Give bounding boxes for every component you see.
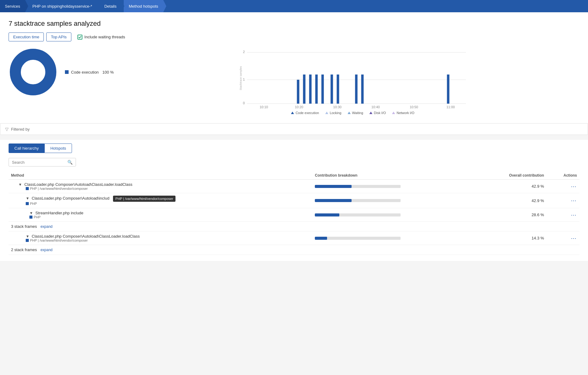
- actions-cell: ⋯: [546, 208, 579, 222]
- expand-link[interactable]: expand: [40, 224, 52, 229]
- checkbox-icon: [77, 35, 82, 40]
- legend-code-execution: Code execution 100 %: [65, 70, 114, 75]
- svg-text:2: 2: [243, 50, 245, 54]
- chevron-icon[interactable]: ▼: [26, 196, 29, 201]
- table-row: ▼ ClassLoader.php Composer\Autoload\Clas…: [9, 232, 579, 245]
- breadcrumb-nav: Services PHP on shippingholidaysservice-…: [0, 0, 588, 12]
- method-cell: ▼ ClassLoader.php Composer\Autoload\Clas…: [9, 180, 312, 193]
- svg-text:10:20: 10:20: [295, 105, 303, 109]
- stack-frames-label: 2 stack frames: [11, 247, 37, 252]
- svg-rect-23: [361, 75, 364, 104]
- path-text: PHP | /var/www/html/vendor/composer: [30, 187, 88, 190]
- progress-fill: [315, 213, 339, 216]
- row-actions-button[interactable]: ⋯: [571, 235, 577, 242]
- legend-waiting: Waiting: [348, 111, 363, 115]
- svg-text:10:30: 10:30: [333, 105, 342, 109]
- contribution-cell: [312, 208, 475, 222]
- svg-text:10:10: 10:10: [260, 105, 268, 109]
- table-row: ▼ ClassLoader.php Composer\Autoload\incl…: [9, 193, 579, 208]
- expand-link[interactable]: expand: [40, 248, 52, 252]
- chevron-icon[interactable]: ▼: [18, 182, 22, 187]
- legend-code-exec: Code execution: [291, 111, 319, 115]
- pct-cell: 42.9 %: [475, 193, 546, 208]
- filter-icon: ▽: [5, 127, 9, 132]
- waiting-icon: [348, 112, 351, 114]
- path-dot: [26, 239, 29, 242]
- tab-call-hierarchy[interactable]: Call hierarchy: [9, 143, 44, 153]
- legend-text: Network I/O: [397, 111, 414, 115]
- legend-label: Code execution: [71, 70, 99, 75]
- stack-frames-cell: 3 stack frames expand: [9, 222, 579, 232]
- row-actions-button[interactable]: ⋯: [571, 183, 577, 190]
- svg-text:Stacktrace samples: Stacktrace samples: [239, 66, 243, 90]
- donut-chart: [9, 48, 58, 97]
- bar-chart-svg: 2 1 0 Stacktrace samples 10:10 10:20 10:…: [126, 48, 579, 109]
- include-waiting-checkbox[interactable]: Include waiting threads: [77, 35, 125, 40]
- svg-text:11:00: 11:00: [447, 105, 455, 109]
- tab-execution-time[interactable]: Execution time: [9, 33, 44, 41]
- pct-cell: 14.3 %: [475, 232, 546, 245]
- legend-network-io: Network I/O: [392, 111, 414, 115]
- contribution-cell: [312, 232, 475, 245]
- chart-legend: Code execution Locking Waiting Disk I/O …: [126, 111, 579, 115]
- method-name: ClassLoader.php Composer\Autoload\includ: [32, 196, 110, 201]
- tabs-row: Execution time Top APIs Include waiting …: [9, 33, 579, 41]
- chevron-icon[interactable]: ▼: [26, 234, 29, 239]
- method-cell: ▼ ClassLoader.php Composer\Autoload\incl…: [9, 193, 312, 208]
- svg-text:10:40: 10:40: [371, 105, 380, 109]
- search-icon: 🔍: [67, 160, 73, 165]
- progress-bar: [315, 237, 401, 240]
- legend-pct: 100 %: [102, 70, 114, 75]
- stack-frames-label: 3 stack frames: [11, 224, 37, 229]
- svg-rect-21: [337, 75, 339, 104]
- method-name: ClassLoader.php Composer\Autoload\ClassL…: [32, 234, 140, 239]
- contribution-cell: [312, 180, 475, 193]
- breadcrumb-label: Details: [104, 4, 117, 9]
- contribution-cell: [312, 193, 475, 208]
- legend-text: Disk I/O: [374, 111, 386, 115]
- progress-fill: [315, 185, 352, 188]
- stack-frames-cell: 2 stack frames expand: [9, 245, 579, 255]
- checkbox-label-text: Include waiting threads: [85, 35, 125, 39]
- code-exec-icon: [291, 112, 294, 114]
- method-path: PHP: [29, 215, 310, 219]
- stack-frames-row: 2 stack frames expand: [9, 245, 579, 255]
- tab-hotspots[interactable]: Hotspots: [44, 143, 72, 153]
- legend-text: Locking: [330, 111, 341, 115]
- hierarchy-section: Call hierarchy Hotspots 🔍 Method Contrib…: [0, 140, 588, 261]
- donut-legend: Code execution 100 %: [65, 70, 114, 75]
- breadcrumb-services[interactable]: Services: [0, 0, 25, 12]
- svg-rect-20: [331, 75, 333, 104]
- chart-section: Code execution 100 % 2 1 0 Stacktrace sa…: [9, 48, 579, 115]
- row-actions-button[interactable]: ⋯: [571, 197, 577, 204]
- method-cell: ▼ ClassLoader.php Composer\Autoload\Clas…: [9, 232, 312, 245]
- progress-bar: [315, 185, 401, 188]
- breadcrumb-label: PHP on shippingholidaysservice-*: [32, 4, 92, 9]
- actions-cell: ⋯: [546, 180, 579, 193]
- svg-rect-22: [355, 75, 358, 104]
- svg-text:0: 0: [243, 101, 245, 105]
- legend-locking: Locking: [325, 111, 341, 115]
- path-dot: [26, 187, 29, 190]
- actions-cell: ⋯: [546, 193, 579, 208]
- svg-rect-16: [303, 75, 306, 104]
- breadcrumb-php[interactable]: PHP on shippingholidaysservice-*: [28, 0, 97, 12]
- row-actions-button[interactable]: ⋯: [571, 212, 577, 218]
- progress-bar: [315, 199, 401, 202]
- breadcrumb-label: Services: [5, 4, 20, 9]
- chevron-icon[interactable]: ▼: [29, 211, 33, 215]
- header-contribution: Contribution breakdown: [312, 171, 475, 180]
- path-dot: [29, 216, 32, 219]
- tab-top-apis[interactable]: Top APIs: [46, 33, 71, 41]
- header-method: Method: [9, 171, 312, 180]
- search-input[interactable]: [12, 160, 66, 165]
- main-panel: 7 stacktrace samples analyzed Execution …: [0, 12, 588, 123]
- header-actions: Actions: [546, 171, 579, 180]
- actions-cell: ⋯: [546, 232, 579, 245]
- breadcrumb-method-hotspots[interactable]: Method hotspots: [124, 0, 163, 12]
- pct-cell: 28.6 %: [475, 208, 546, 222]
- breadcrumb-details[interactable]: Details: [100, 0, 122, 12]
- breadcrumb-label: Method hotspots: [129, 4, 158, 9]
- search-bar[interactable]: 🔍: [9, 158, 76, 166]
- legend-color: [65, 70, 69, 74]
